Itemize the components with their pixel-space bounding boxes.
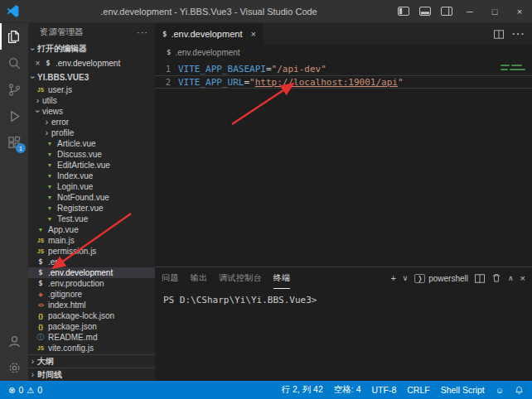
file-name: package-lock.json	[48, 311, 114, 320]
warning-count: 0	[37, 385, 42, 395]
explorer-icon[interactable]	[0, 23, 28, 50]
activity-bar: 1	[0, 23, 28, 381]
code-line-2[interactable]: 2VITE_APP_URL="http://localhost:19001/ap…	[155, 75, 532, 89]
project-root-section[interactable]: › YI.BBS.VUE3	[28, 70, 155, 84]
error-icon: ⊗	[8, 386, 15, 395]
breadcrumb[interactable]: $ .env.development	[155, 45, 532, 60]
close-button[interactable]: ×	[507, 0, 532, 22]
tree-item-EditArticle.vue[interactable]: ▼EditArticle.vue	[28, 160, 155, 171]
tree-item-Article.vue[interactable]: ▼Article.vue	[28, 138, 155, 149]
shell-selector[interactable]: ❭ powershell	[414, 274, 468, 283]
tree-item-App.vue[interactable]: ▼App.vue	[28, 224, 155, 235]
eol-sequence[interactable]: CRLF	[407, 385, 429, 395]
error-count: 0	[18, 385, 23, 395]
tree-item-permission.js[interactable]: JSpermission.js	[28, 246, 155, 257]
chevron-collapsed-icon: ›	[28, 370, 37, 379]
tree-item-user.js[interactable]: JSuser.js	[28, 84, 155, 95]
maximize-button[interactable]: □	[482, 0, 507, 22]
maximize-panel-icon[interactable]: ∧	[508, 274, 514, 282]
layout-secondary-sidebar-toggle-icon[interactable]	[436, 0, 457, 22]
minimap[interactable]	[499, 62, 530, 70]
panel-tab-2[interactable]: 输出	[191, 267, 208, 289]
close-editor-icon[interactable]: ×	[32, 59, 43, 68]
tree-item-utils[interactable]: ›utils	[28, 95, 155, 106]
code-line-1[interactable]: 1VITE_APP_BASEAPI="/api-dev"	[155, 62, 532, 75]
tree-item-package-lock.json[interactable]: {}package-lock.json	[28, 310, 155, 321]
account-icon[interactable]	[0, 328, 28, 354]
title-bar: .env.development - Yi.BBS.Vue3 - Visual …	[0, 0, 532, 23]
run-debug-icon[interactable]	[0, 103, 28, 129]
cursor-position[interactable]: 行 2, 列 42	[282, 384, 323, 396]
tree-item-Test.vue[interactable]: ▼Test.vue	[28, 214, 155, 224]
layout-panel-toggle-icon[interactable]	[414, 0, 436, 22]
indentation[interactable]: 空格: 4	[334, 384, 361, 396]
js-file-icon: JS	[36, 246, 46, 257]
outline-section[interactable]: › 大纲	[28, 354, 155, 368]
vue-file-icon: ▼	[45, 138, 55, 149]
panel-tab-4[interactable]: 终端	[273, 267, 291, 289]
notifications-bell-icon[interactable]	[515, 386, 524, 395]
env-file-icon: $	[162, 29, 167, 40]
kill-terminal-trash-icon[interactable]	[491, 273, 501, 283]
file-name: index.html	[48, 300, 86, 310]
tree-item-error[interactable]: ›error	[28, 117, 155, 127]
feedback-smiley-icon[interactable]: ☺	[496, 386, 504, 395]
tree-item-.gitignore[interactable]: ◆.gitignore	[28, 289, 155, 300]
tree-item-.env[interactable]: $.env	[28, 257, 155, 267]
tree-item-.env.development[interactable]: $.env.development	[28, 267, 155, 278]
layout-sidebar-toggle-icon[interactable]	[393, 0, 414, 22]
panel-tabs: 问题输出调试控制台终端	[162, 267, 302, 289]
panel-tab-3[interactable]: 调试控制台	[219, 267, 262, 289]
vscode-logo-icon	[0, 5, 25, 17]
file-name: App.vue	[48, 225, 79, 234]
tree-item-index.html[interactable]: <>index.html	[28, 300, 155, 310]
tree-item-.env.production[interactable]: $.env.production	[28, 278, 155, 289]
tree-item-package.json[interactable]: {}package.json	[28, 321, 155, 332]
tree-item-NotFound.vue[interactable]: ▼NotFound.vue	[28, 192, 155, 203]
tab-close-icon[interactable]: ×	[250, 29, 255, 39]
tree-item-README.md[interactable]: ⓘREADME.md	[28, 332, 155, 343]
tree-item-Login.vue[interactable]: ▼Login.vue	[28, 181, 155, 192]
chevron-expanded-icon: ›	[28, 73, 37, 82]
tree-item-profile[interactable]: ›profile	[28, 127, 155, 138]
tab-env-development[interactable]: $ .env.development ×	[155, 23, 264, 45]
html-file-icon: <>	[36, 300, 46, 310]
tree-item-Register.vue[interactable]: ▼Register.vue	[28, 203, 155, 214]
tree-item-main.js[interactable]: JSmain.js	[28, 235, 155, 246]
tree-item-vite.config.js[interactable]: JSvite.config.js	[28, 343, 155, 353]
settings-gear-icon[interactable]	[0, 354, 28, 381]
split-editor-icon[interactable]	[494, 30, 504, 39]
vue-file-icon: ▼	[45, 149, 55, 160]
timeline-section[interactable]: › 时间线	[28, 368, 155, 381]
chevron-collapsed-icon: ›	[42, 118, 51, 127]
extensions-icon[interactable]: 1	[0, 129, 28, 156]
sidebar-more-actions-icon[interactable]: ···	[137, 27, 148, 37]
env-file-icon: $	[36, 278, 46, 289]
open-editor-item[interactable]: × $ .env.development	[28, 56, 155, 70]
search-icon[interactable]	[0, 50, 28, 76]
encoding[interactable]: UTF-8	[372, 385, 397, 395]
close-panel-icon[interactable]: ×	[520, 273, 525, 283]
editor-more-actions-icon[interactable]: ···	[511, 26, 525, 41]
open-editors-section[interactable]: › 打开的编辑器	[28, 41, 155, 56]
panel-tab-1[interactable]: 问题	[162, 267, 179, 289]
minimize-button[interactable]: ─	[457, 0, 482, 22]
source-control-icon[interactable]	[0, 76, 28, 103]
file-name: Index.vue	[57, 171, 93, 180]
chevron-collapsed-icon: ›	[28, 357, 37, 366]
js-file-icon: JS	[36, 235, 46, 246]
new-terminal-icon[interactable]: +	[390, 273, 395, 283]
language-mode[interactable]: Shell Script	[441, 385, 485, 395]
split-terminal-icon[interactable]	[475, 274, 485, 283]
tree-item-Index.vue[interactable]: ▼Index.vue	[28, 171, 155, 181]
vue-file-icon: ▼	[45, 192, 55, 203]
problems-status[interactable]: ⊗ 0 ⚠ 0	[8, 385, 42, 395]
tree-item-Discuss.vue[interactable]: ▼Discuss.vue	[28, 149, 155, 160]
vue-file-icon: ▼	[45, 171, 55, 181]
code-editor[interactable]: 1VITE_APP_BASEAPI="/api-dev"2VITE_APP_UR…	[155, 60, 532, 267]
terminal-content[interactable]: PS D:\CSharp\Yi\Yi.BBS.Vue3>	[155, 289, 532, 381]
project-root-label: YI.BBS.VUE3	[37, 73, 89, 82]
tree-item-views[interactable]: ›views	[28, 106, 155, 117]
breadcrumb-file[interactable]: .env.development	[175, 48, 239, 57]
terminal-dropdown-chevron-icon[interactable]: ∨	[403, 274, 409, 282]
